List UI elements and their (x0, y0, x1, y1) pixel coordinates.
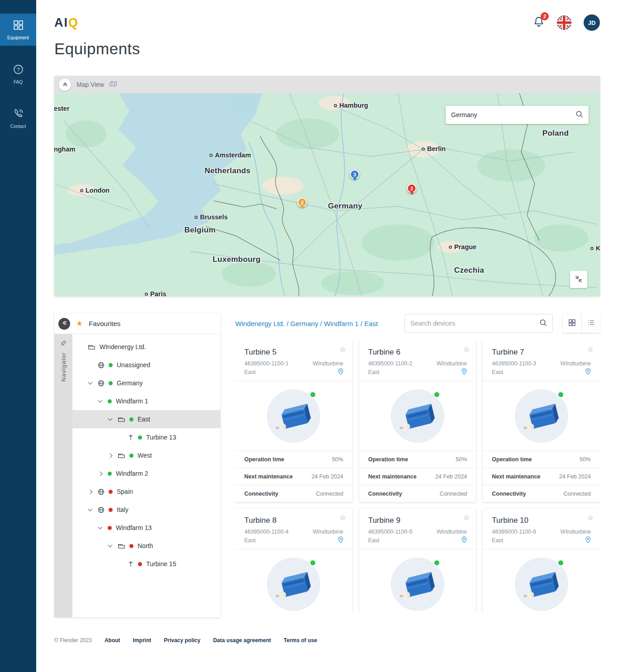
device-name: Turbine 9 (368, 516, 467, 525)
device-card-turbine-10[interactable]: Turbine 10☆46395000-1100-6WIndturbineEas… (483, 509, 600, 613)
device-meta: 46395000-1100-2WIndturbineEast (368, 360, 467, 376)
grid-view-button[interactable] (563, 314, 581, 333)
favourite-star-icon[interactable]: ☆ (339, 514, 346, 521)
map-city-label: Amsterdam (209, 151, 251, 159)
pin-icon[interactable] (61, 340, 67, 348)
map-city-label: Paris (145, 290, 166, 296)
tree-item-windfarm-13[interactable]: Windfarm 13 (72, 519, 220, 537)
device-search-input[interactable] (410, 320, 536, 327)
view-toggle (563, 314, 600, 333)
stat-value: 50% (332, 456, 343, 463)
language-flag-uk-icon[interactable] (556, 15, 572, 30)
map-canvas[interactable]: NetherlandsBelgiumLuxembourgGermanyCzech… (54, 93, 600, 296)
tree-item-windfarm-1[interactable]: Windfarm 1 (72, 392, 220, 410)
tree-item-spain[interactable]: Spain (72, 483, 220, 501)
status-online-dot (433, 391, 440, 398)
map-search-input[interactable] (451, 111, 572, 118)
chevron-right-icon[interactable] (97, 472, 104, 475)
status-dot-red (129, 544, 133, 548)
tree-item-north[interactable]: North (72, 537, 220, 555)
chevron-right-icon[interactable] (87, 490, 94, 493)
main-area: AIQ 2 (36, 0, 618, 672)
device-card-turbine-7[interactable]: Turbine 7☆46395000-1100-3WIndturbineEast… (483, 341, 600, 502)
tree-item-label: WIndenergy Ltd. (100, 343, 146, 350)
location-pin-icon[interactable] (338, 536, 343, 544)
device-meta: 46395000-1100-3WIndturbineEast (492, 360, 591, 376)
tree-item-germany[interactable]: Germany (72, 374, 220, 392)
device-image (492, 549, 591, 613)
stat-row-connectivity: ConnectivityConnected (483, 485, 600, 502)
map-collapse-button[interactable] (59, 79, 71, 91)
breadcrumb-item-windfarm-1[interactable]: Windfarm 1 (324, 320, 359, 327)
search-icon[interactable] (539, 319, 547, 328)
device-card-turbine-5[interactable]: Turbine 5☆46395000-1100-1WIndturbineEast… (235, 341, 352, 502)
stat-label: Connectivity (492, 491, 526, 497)
breadcrumb-item-germany[interactable]: Germany (290, 320, 319, 327)
footer-link-data-usage-agreement[interactable]: Data usage agreement (213, 637, 271, 644)
question-circle-icon: ? (13, 64, 24, 76)
sidebar-item-contact[interactable]: Contact (0, 102, 36, 134)
tree-item-label: Spain (117, 488, 133, 495)
device-card-turbine-9[interactable]: Turbine 9☆46395000-1100-5WIndturbineEast… (359, 509, 476, 613)
favourite-star-icon[interactable]: ☆ (463, 514, 470, 521)
footer-link-terms-of-use[interactable]: Terms of use (284, 637, 317, 644)
map-cluster-marker[interactable]: 3 (350, 170, 360, 179)
tree-item-italy[interactable]: Italy (72, 501, 220, 519)
chevron-down-icon[interactable] (97, 400, 104, 402)
list-view-button[interactable] (581, 314, 600, 333)
factory-icon (118, 416, 125, 422)
app-logo[interactable]: AIQ (54, 16, 79, 30)
navigator-strip[interactable]: Navigator (54, 334, 72, 617)
tree-item-windenergy-ltd[interactable]: WIndenergy Ltd. (72, 338, 220, 356)
status-dot-red (109, 508, 113, 512)
footer-link-privacy-policy[interactable]: Privacy policy (164, 637, 200, 644)
search-icon[interactable] (575, 110, 583, 120)
map-fullscreen-button[interactable] (570, 271, 587, 288)
chevron-down-icon[interactable] (87, 509, 94, 511)
tree-item-turbine-15[interactable]: Turbine 15 (72, 555, 220, 573)
sidebar-item-equipment[interactable]: Equipment (0, 14, 36, 46)
tree-item-unassigned[interactable]: Unassigned (72, 356, 220, 374)
device-card-turbine-8[interactable]: Turbine 8☆46395000-1100-4WIndturbineEast… (235, 509, 352, 613)
footer-link-imprint[interactable]: Imprint (133, 637, 152, 644)
device-serial: 46395000-1100-4 (244, 529, 313, 535)
device-image (368, 549, 467, 613)
chevron-down-icon[interactable] (97, 527, 104, 529)
breadcrumb-separator: / (318, 320, 324, 327)
favourite-star-icon[interactable]: ☆ (463, 346, 470, 353)
map-country-label: Germany (328, 202, 362, 211)
sidebar-item-label: Equipment (7, 35, 29, 40)
location-pin-icon[interactable] (338, 368, 343, 376)
location-pin-icon[interactable] (461, 536, 467, 544)
tree-item-windfarm-2[interactable]: Windfarm 2 (72, 464, 220, 483)
device-card-turbine-6[interactable]: Turbine 6☆46395000-1100-2WIndturbineEast… (359, 341, 476, 502)
breadcrumb-item-windenergy-ltd[interactable]: Windenergy Ltd. (235, 320, 285, 327)
toolbar-right (404, 314, 600, 333)
chevron-down-icon[interactable] (107, 545, 114, 547)
chevron-right-icon[interactable] (107, 454, 114, 457)
favourite-star-icon[interactable]: ☆ (587, 346, 594, 353)
stat-label: Operation time (368, 456, 408, 463)
tree-item-east[interactable]: East (72, 410, 220, 428)
breadcrumb-item-east[interactable]: East (364, 320, 378, 327)
favourite-star-icon[interactable]: ☆ (339, 346, 346, 353)
sidebar-item-faq[interactable]: ? FAQ (0, 58, 36, 90)
favourites-label[interactable]: Favourites (89, 320, 120, 327)
favourite-star-icon[interactable]: ☆ (587, 514, 594, 521)
tree-item-west[interactable]: West (72, 446, 220, 464)
map-cluster-marker[interactable]: 2 (407, 184, 417, 193)
chevron-down-icon[interactable] (87, 382, 94, 384)
location-pin-icon[interactable] (585, 368, 591, 376)
footer-link-about[interactable]: About (105, 637, 120, 644)
navigator-body: Navigator WIndenergy Ltd.UnassignedGerma… (54, 334, 220, 617)
location-pin-icon[interactable] (461, 368, 467, 376)
tree-item-turbine-13[interactable]: Turbine 13 (72, 428, 220, 446)
map-cluster-marker[interactable]: 2 (298, 198, 307, 207)
avatar[interactable]: JD (584, 14, 600, 31)
notifications-button[interactable]: 2 (533, 16, 545, 29)
chevron-down-icon[interactable] (107, 418, 114, 420)
navigator-collapse-button[interactable] (58, 318, 70, 330)
notification-badge: 2 (541, 12, 549, 20)
stat-row-operation-time: Operation time50% (483, 450, 600, 468)
location-pin-icon[interactable] (585, 536, 591, 544)
